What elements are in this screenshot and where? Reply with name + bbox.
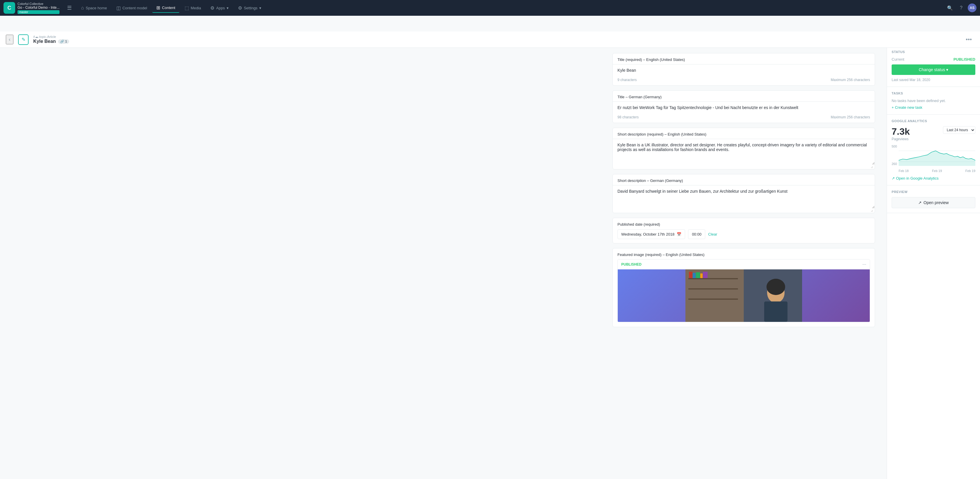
featured-image-label: Featured image (required) – English (Uni… xyxy=(613,248,875,259)
brand-info: Colorful Collective Go - Colorful Demo -… xyxy=(18,2,59,14)
chart-label-3: Feb 19 xyxy=(966,169,975,173)
svg-rect-9 xyxy=(700,273,703,278)
home-icon: ⌂ xyxy=(81,5,84,11)
date-label: Published date (required) xyxy=(617,222,870,227)
top-navigation: C Colorful Collective Go - Colorful Demo… xyxy=(0,0,980,16)
featured-image-section: Featured image (required) – English (Uni… xyxy=(612,248,875,327)
no-tasks-message: No tasks have been defined yet. xyxy=(892,98,975,103)
nav-space-home[interactable]: ⌂ Space home xyxy=(77,3,111,12)
content-icon: ⊞ xyxy=(156,5,160,11)
nav-apps[interactable]: ⚙ Apps ▾ xyxy=(206,3,233,13)
published-date-section: Published date (required) Wednesday, Oct… xyxy=(612,218,875,243)
status-current-value: PUBLISHED xyxy=(953,57,975,62)
apps-icon: ⚙ xyxy=(210,5,215,11)
search-icon[interactable]: 🔍 xyxy=(945,3,955,13)
svg-rect-8 xyxy=(696,272,700,278)
date-input[interactable]: Wednesday, October 17th 2018 📅 xyxy=(617,230,685,239)
user-avatar[interactable]: AS xyxy=(968,3,977,12)
title-en-field: Title (required) – English (United State… xyxy=(612,53,875,86)
title-en-max: Maximum 256 characters xyxy=(830,78,870,82)
time-input[interactable]: 00:00 xyxy=(688,230,705,239)
time-range-select[interactable]: Last 24 hours Last 7 days Last 30 days xyxy=(943,126,975,134)
resize-handle-2: ⊿ xyxy=(613,208,875,213)
nav-content[interactable]: ⊞ Content xyxy=(152,3,180,13)
analytics-section: GOOGLE ANALYTICS 7.3k Pageviews Last 24 … xyxy=(887,114,980,186)
preview-section-label: PREVIEW xyxy=(892,190,975,194)
svg-rect-4 xyxy=(688,288,738,290)
chart-labels: Feb 18 Feb 19 Feb 19 xyxy=(892,169,975,173)
tasks-section-label: TASKS xyxy=(892,92,975,95)
status-current-label: Current xyxy=(892,57,904,62)
media-icon: ⬚ xyxy=(185,5,189,11)
main-layout: Title (required) – English (United State… xyxy=(0,46,980,479)
title-de-input[interactable] xyxy=(613,102,875,113)
short-desc-de-field: Short description – German (Germany) ⊿ xyxy=(612,174,875,213)
title-de-field: Title – German (Germany) 98 characters M… xyxy=(612,90,875,123)
title-en-meta: 9 characters Maximum 256 characters xyxy=(613,76,875,86)
back-button[interactable]: ‹ xyxy=(6,35,13,44)
entry-metadata: #☁-topic-Article Kyle Bean 🔗 1 xyxy=(33,35,69,44)
chart-label-2: Feb 19 xyxy=(932,169,942,173)
env-badge[interactable]: master xyxy=(18,10,59,14)
title-de-max: Maximum 256 characters xyxy=(830,115,870,119)
nav-media[interactable]: ⬚ Media xyxy=(181,3,205,13)
featured-published-badge: PUBLISHED xyxy=(621,262,641,266)
nav-settings[interactable]: ⚙ Settings ▾ xyxy=(234,3,266,13)
svg-point-13 xyxy=(767,279,785,295)
open-preview-button[interactable]: ↗ Open preview xyxy=(892,197,975,208)
create-task-link[interactable]: + Create new task xyxy=(892,105,975,109)
short-desc-en-label: Short description (required) – English (… xyxy=(613,128,875,139)
pageviews-label: Pageviews xyxy=(892,137,910,141)
svg-rect-5 xyxy=(688,298,738,300)
title-de-char-count: 98 characters xyxy=(617,115,639,119)
pageviews-count: 7.3k xyxy=(892,126,910,137)
svg-rect-6 xyxy=(689,272,692,278)
entry-type-icon: ✎ xyxy=(18,34,29,45)
preview-section: PREVIEW ↗ Open preview xyxy=(887,186,980,213)
project-name: Go - Colorful Demo - Inte... xyxy=(18,6,59,10)
resize-icon-2: ⊿ xyxy=(870,209,873,212)
settings-icon: ⚙ xyxy=(238,5,242,11)
chart-label-1: Feb 18 xyxy=(899,169,908,173)
status-row: Current PUBLISHED xyxy=(892,57,975,62)
chart-y-mid: 260 xyxy=(892,162,897,166)
title-en-char-count: 9 characters xyxy=(617,78,637,82)
help-icon[interactable]: ? xyxy=(958,3,964,12)
analytics-header: 7.3k Pageviews Last 24 hours Last 7 days… xyxy=(892,126,975,141)
status-section-label: STATUS xyxy=(892,50,975,54)
analytics-left: 7.3k Pageviews xyxy=(892,126,910,141)
right-panel: General Comments Info STATUS Current PUB… xyxy=(887,32,980,479)
nav-content-model[interactable]: ◫ Content model xyxy=(112,3,151,13)
change-status-button[interactable]: Change status ▾ xyxy=(892,64,975,75)
title-en-input[interactable] xyxy=(613,64,875,76)
short-desc-de-textarea[interactable] xyxy=(613,185,875,208)
resize-handle: ⊿ xyxy=(613,165,875,169)
hamburger-icon[interactable]: ☰ xyxy=(65,3,73,13)
calendar-icon: 📅 xyxy=(677,232,681,236)
chart-y-max: 500 xyxy=(892,144,897,148)
svg-rect-12 xyxy=(764,301,788,322)
app-logo[interactable]: C xyxy=(3,2,15,14)
more-options-button[interactable]: ••• xyxy=(963,35,974,44)
link-count: 🔗 1 xyxy=(58,40,69,44)
clear-date-button[interactable]: Clear xyxy=(708,232,717,236)
tasks-section: TASKS No tasks have been defined yet. + … xyxy=(887,87,980,114)
time-value: 00:00 xyxy=(692,232,702,236)
title-de-meta: 98 characters Maximum 256 characters xyxy=(613,113,875,123)
date-inputs: Wednesday, October 17th 2018 📅 00:00 Cle… xyxy=(617,230,870,239)
short-desc-en-textarea[interactable] xyxy=(613,139,875,165)
entry-title: Kyle Bean 🔗 1 xyxy=(33,39,69,44)
org-name: Colorful Collective xyxy=(18,2,59,6)
last-saved: Last saved Mar 18, 2020 xyxy=(892,78,975,82)
open-analytics-link[interactable]: ↗ Open in Google Analytics xyxy=(892,176,975,181)
content-model-icon: ◫ xyxy=(116,5,121,11)
nav-right-actions: 🔍 ? AS xyxy=(945,3,977,13)
analytics-chart: 500 260 xyxy=(892,144,975,168)
featured-image-card: PUBLISHED ··· xyxy=(617,259,870,322)
secondary-navigation: ‹ ✎ #☁-topic-Article Kyle Bean 🔗 1 ••• xyxy=(0,32,980,48)
title-en-label: Title (required) – English (United State… xyxy=(613,53,875,64)
center-content-area: Title (required) – English (United State… xyxy=(601,46,887,479)
featured-more-options[interactable]: ··· xyxy=(862,262,866,267)
title-de-label: Title – German (Germany) xyxy=(613,91,875,102)
short-desc-de-label: Short description – German (Germany) xyxy=(613,174,875,185)
